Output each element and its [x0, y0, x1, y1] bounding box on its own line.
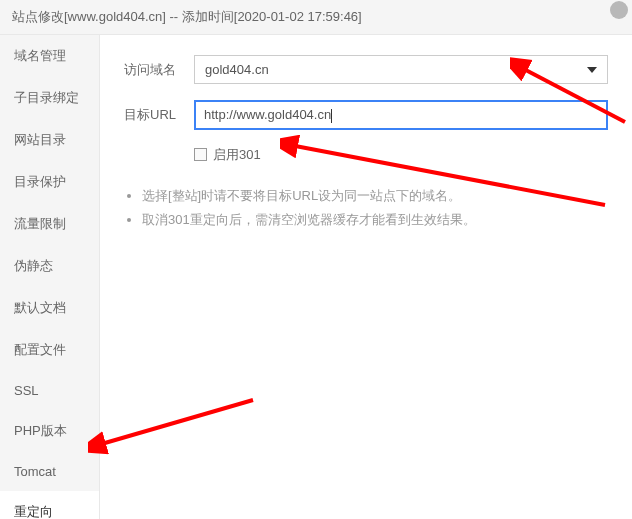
sidebar-item-dir-protect[interactable]: 目录保护 — [0, 161, 99, 203]
sidebar-item-config-file[interactable]: 配置文件 — [0, 329, 99, 371]
target-url-value: http://www.gold404.cn — [204, 107, 331, 122]
close-button[interactable] — [610, 1, 628, 19]
sidebar-item-site-dir[interactable]: 网站目录 — [0, 119, 99, 161]
sidebar-item-pseudo-static[interactable]: 伪静态 — [0, 245, 99, 287]
text-cursor — [331, 109, 332, 123]
sidebar-item-redirect[interactable]: 重定向 — [0, 491, 99, 519]
domain-select-value: gold404.cn — [205, 62, 269, 77]
sidebar-item-traffic-limit[interactable]: 流量限制 — [0, 203, 99, 245]
sidebar-item-tomcat[interactable]: Tomcat — [0, 452, 99, 491]
domain-label: 访问域名 — [124, 61, 194, 79]
sidebar-item-domain-manage[interactable]: 域名管理 — [0, 35, 99, 77]
tip-line-2: 取消301重定向后，需清空浏览器缓存才能看到生效结果。 — [142, 208, 608, 233]
tip-line-1: 选择[整站]时请不要将目标URL设为同一站点下的域名。 — [142, 184, 608, 209]
dialog-title: 站点修改[www.gold404.cn] -- 添加时间[2020-01-02 … — [12, 9, 362, 24]
tips-list: 选择[整站]时请不要将目标URL设为同一站点下的域名。 取消301重定向后，需清… — [124, 184, 608, 233]
chevron-down-icon — [587, 67, 597, 73]
sidebar-item-ssl[interactable]: SSL — [0, 371, 99, 410]
dialog-header: 站点修改[www.gold404.cn] -- 添加时间[2020-01-02 … — [0, 0, 632, 35]
sidebar: 域名管理 子目录绑定 网站目录 目录保护 流量限制 伪静态 默认文档 配置文件 … — [0, 35, 100, 519]
domain-select[interactable]: gold404.cn — [194, 55, 608, 84]
target-url-label: 目标URL — [124, 106, 194, 124]
main-panel: 访问域名 gold404.cn 目标URL http://www.gold404… — [100, 35, 632, 519]
enable-301-checkbox[interactable] — [194, 148, 207, 161]
sidebar-item-subdir-bind[interactable]: 子目录绑定 — [0, 77, 99, 119]
sidebar-item-php-version[interactable]: PHP版本 — [0, 410, 99, 452]
sidebar-item-default-doc[interactable]: 默认文档 — [0, 287, 99, 329]
enable-301-label: 启用301 — [213, 146, 261, 164]
target-url-input[interactable]: http://www.gold404.cn — [194, 100, 608, 130]
